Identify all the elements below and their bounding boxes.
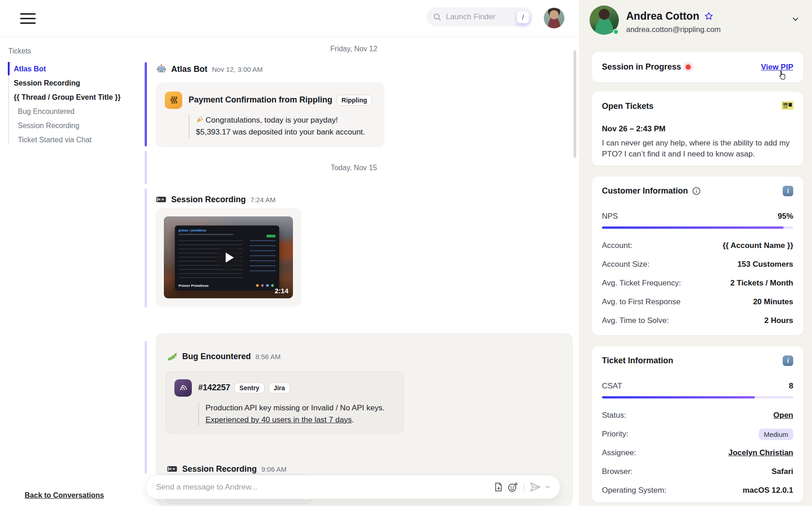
- app-window: / Tickets Atlas Bot Session Recording {{…: [0, 0, 812, 506]
- message-time: 8:56 AM: [255, 353, 281, 361]
- rippling-badge: Rippling: [336, 95, 372, 106]
- mouse-cursor: [777, 70, 788, 81]
- message-header: Atlas Bot Nov 12, 3:00 AM: [156, 63, 263, 75]
- message-header: Bug Encountered 8:56 AM: [167, 350, 281, 362]
- emoji-picker-icon[interactable]: [505, 480, 520, 495]
- send-options-chevron-icon[interactable]: [542, 480, 552, 495]
- info-row: Account Size:153 Customers: [602, 260, 793, 269]
- info-row: Avg. Ticket Frequency:2 Tickets / Month: [602, 279, 793, 288]
- message-time: 7:24 AM: [250, 196, 276, 204]
- search-input[interactable]: [446, 12, 505, 22]
- collapse-panel-chevron-icon[interactable]: [791, 15, 800, 26]
- ticket-info-title: Ticket Information: [602, 356, 673, 366]
- message-sender: Bug Encountered: [182, 352, 251, 361]
- message-header: Session Recording 7:24 AM: [156, 194, 276, 205]
- sidebar-item-session-recording[interactable]: Session Recording: [0, 76, 129, 90]
- ticket-thumbnail-icon: [782, 102, 793, 109]
- assignee-link[interactable]: Jocelyn Christian: [728, 448, 793, 458]
- chat-scrollbar[interactable]: [574, 50, 576, 158]
- info-row: Account:{{ Account Name }}: [602, 241, 793, 250]
- payment-confirmation-card[interactable]: Payment Confirmation from RipplingRippli…: [156, 82, 384, 147]
- robot-icon: [156, 64, 167, 75]
- thread-line: [145, 62, 147, 146]
- message-input[interactable]: [156, 483, 491, 492]
- message-header: Session Recording 9:06 AM: [167, 463, 287, 475]
- video-thumbnail[interactable]: primer / primitives Primer Primitives 2:…: [164, 216, 293, 298]
- thread-line: [145, 188, 147, 307]
- customer-information-card: Customer Information i NPS 95% Account:{…: [592, 177, 803, 335]
- csat-progress-fill: [602, 396, 755, 398]
- ticket-message: I can never get any help, where is the a…: [602, 138, 793, 160]
- nps-progress-track: [602, 226, 793, 229]
- sentry-badge: Sentry: [234, 382, 265, 393]
- hamburger-menu-icon[interactable]: [20, 13, 36, 24]
- open-tickets-card: Open Tickets Nov 26 – 2:43 PM I can neve…: [592, 92, 803, 166]
- favorite-star-icon[interactable]: [704, 11, 714, 21]
- back-to-conversations-link[interactable]: Back to Conversations: [0, 491, 129, 500]
- issue-description: Production API key missing or Invalid / …: [198, 402, 395, 426]
- search-icon: [433, 13, 442, 22]
- attachment-title: Payment Confirmation from Rippling: [189, 95, 332, 104]
- bug-icon: [167, 351, 178, 362]
- sidebar-item-session-recording-2[interactable]: Session Recording: [0, 118, 129, 133]
- sidebar-item-thread-title[interactable]: {{ Thread / Group Event Title }}: [0, 90, 129, 104]
- send-icon[interactable]: [528, 480, 542, 495]
- open-tickets-title: Open Tickets: [602, 102, 654, 111]
- vhs-icon: [167, 463, 178, 474]
- sentry-logo-icon: [174, 379, 192, 397]
- date-divider: Today, Nov 15: [129, 164, 579, 172]
- ticket-information-card: Ticket Information i CSAT 8 Status:Open …: [592, 346, 803, 502]
- composer-divider: [524, 484, 524, 491]
- launch-finder-search[interactable]: /: [427, 7, 533, 27]
- nps-progress-fill: [602, 226, 784, 229]
- message-time: 9:06 AM: [261, 465, 287, 473]
- info-circle-icon[interactable]: [692, 187, 701, 195]
- info-row: Browser:Safari: [602, 467, 793, 476]
- attach-file-icon[interactable]: [491, 480, 505, 495]
- recording-status-dot: [686, 65, 691, 70]
- customer-panel: Andrea Cotton andrea.cotton@rippling.com…: [579, 0, 812, 506]
- sidebar-item-atlas-bot[interactable]: Atlas Bot: [0, 62, 129, 76]
- message-time: Nov 12, 3:00 AM: [212, 65, 263, 73]
- online-status-dot: [613, 29, 619, 35]
- jira-badge: Jira: [269, 382, 290, 393]
- message-composer: [146, 475, 560, 499]
- status-open-link[interactable]: Open: [774, 411, 793, 420]
- sentry-issue-card[interactable]: #142257SentryJira Production API key mis…: [166, 371, 404, 434]
- issue-impact-link[interactable]: Experienced by 40 users in the last 7 da…: [206, 415, 352, 424]
- thread-line: [145, 341, 147, 474]
- customer-name: Andrea Cotton: [626, 10, 699, 22]
- session-in-progress-card: Session in Progress View PIP: [592, 52, 803, 82]
- sidebar-item-bug-encountered[interactable]: Bug Encountered: [0, 104, 129, 118]
- info-icon: i: [783, 355, 793, 366]
- top-bar: /: [0, 0, 579, 37]
- message-sender: Session Recording: [171, 195, 246, 205]
- slash-shortcut-key: /: [517, 11, 529, 23]
- sidebar-item-ticket-started[interactable]: Ticket Started via Chat: [0, 133, 129, 147]
- nps-label: NPS: [602, 212, 618, 221]
- date-divider: Friday, Nov 12: [129, 45, 579, 53]
- issue-id: #142257: [198, 383, 230, 392]
- rippling-logo-icon: [165, 92, 182, 109]
- message-sender: Atlas Bot: [171, 65, 207, 74]
- tickets-sidebar: Tickets Atlas Bot Session Recording {{ T…: [0, 37, 129, 506]
- session-recording-card: primer / primitives Primer Primitives 2:…: [156, 208, 301, 307]
- message-sender: Session Recording: [182, 464, 257, 474]
- play-button[interactable]: [216, 245, 241, 270]
- ticket-timestamp: Nov 26 – 2:43 PM: [602, 124, 793, 134]
- priority-badge: Medium: [759, 429, 793, 440]
- customer-info-title: Customer Information: [602, 186, 688, 196]
- info-row: Priority:Medium: [602, 430, 793, 439]
- csat-label: CSAT: [602, 382, 622, 391]
- video-duration: 2:14: [275, 287, 288, 295]
- nps-value: 95%: [778, 212, 793, 221]
- info-row: Avg. Time to Solve:2 Hours: [602, 316, 793, 325]
- ticket-list: Atlas Bot Session Recording {{ Thread / …: [0, 62, 129, 147]
- session-status-title: Session in Progress: [602, 62, 681, 72]
- csat-value: 8: [789, 382, 793, 391]
- customer-email: andrea.cotton@rippling.com: [626, 25, 721, 34]
- info-row: Status:Open: [602, 411, 793, 420]
- current-user-avatar[interactable]: [544, 8, 564, 28]
- payment-message-text: Congratulations, today is your payday! $…: [189, 114, 375, 138]
- csat-progress-track: [602, 396, 793, 398]
